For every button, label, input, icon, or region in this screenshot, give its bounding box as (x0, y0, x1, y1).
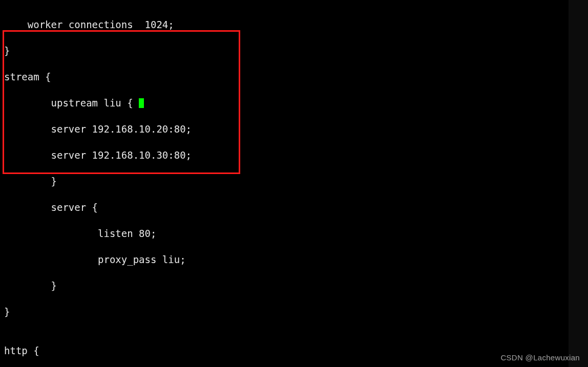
watermark-text: CSDN @Lachewuxian (500, 353, 580, 362)
code-line: } (4, 306, 461, 319)
code-line: } (4, 279, 461, 293)
annotation-highlight-box (3, 30, 240, 174)
code-line: http { (4, 344, 461, 358)
code-line: listen 80; (4, 227, 461, 241)
code-line: proxy_pass liu; (4, 253, 461, 267)
scrollbar-track[interactable] (569, 0, 588, 367)
code-line: server { (4, 201, 461, 214)
code-line: worker_connections 1024; (4, 18, 461, 32)
code-line: } (4, 175, 461, 188)
